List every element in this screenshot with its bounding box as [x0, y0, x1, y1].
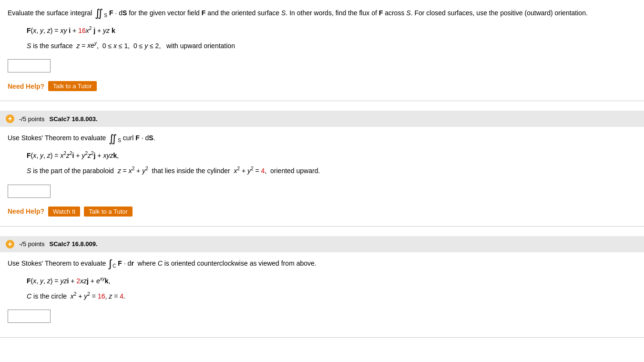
problem-2-header: + -/5 points SCalc7 16.8.003. — [0, 111, 644, 127]
problem-1-need-help-label: Need Help? — [8, 83, 44, 90]
problem-2-points: -/5 points — [19, 115, 44, 123]
double-integral-1: ∬ — [95, 8, 103, 19]
problem-3-points: -/5 points — [19, 240, 44, 248]
problem-2-math-line-2: S is the part of the paraboloid z = x2 +… — [27, 165, 636, 177]
problem-3-answer-input[interactable] — [8, 310, 51, 323]
problem-3-code: SCalc7 16.8.009. — [49, 240, 97, 248]
problem-1-help-row: Need Help? Talk to a Tutor — [8, 81, 636, 91]
problem-2-talk-to-tutor-button[interactable]: Talk to a Tutor — [84, 207, 133, 217]
problem-2-math-line-1: F(x, y, z) = x2z2i + y2z2j + xyzk, — [27, 149, 636, 162]
problem-2-code: SCalc7 16.8.003. — [49, 115, 97, 123]
single-integral-3: ∫ — [109, 259, 112, 269]
problem-2-expand-button[interactable]: + — [6, 114, 14, 123]
problem-1-section: Evaluate the surface integral ∬S F · dS … — [0, 0, 644, 101]
problem-2-need-help-label: Need Help? — [8, 207, 44, 215]
problem-3-math-line-2: C is the circle x2 + y2 = 16, z = 4. — [27, 290, 636, 302]
problem-1-math-line-2: S is the surface z = xey, 0 ≤ x ≤ 1, 0 ≤… — [27, 40, 636, 52]
problem-1-answer-input[interactable] — [8, 59, 51, 72]
problem-3-section: + -/5 points SCalc7 16.8.009. Use Stokes… — [0, 236, 644, 338]
double-integral-2: ∬ — [109, 134, 117, 144]
problem-1-statement: Evaluate the surface integral ∬S F · dS … — [8, 8, 636, 20]
problem-2-watch-it-button[interactable]: Watch It — [48, 207, 80, 217]
problem-2-section: + -/5 points SCalc7 16.8.003. Use Stokes… — [0, 111, 644, 226]
spacer-2 — [0, 227, 644, 236]
problem-2-statement: Use Stokes' Theorem to evaluate ∬S curl … — [8, 133, 636, 145]
problem-3-math-line-1: F(x, y, z) = yzi + 2xzj + exyk, — [27, 275, 636, 287]
spacer-1 — [0, 101, 644, 111]
problem-1-talk-to-tutor-button[interactable]: Talk to a Tutor — [48, 81, 97, 91]
problem-2-answer-input[interactable] — [8, 185, 51, 198]
problem-1-math-line-1: F(x, y, z) = xy i + 16x2 j + yz k — [27, 24, 636, 37]
problem-3-expand-button[interactable]: + — [6, 240, 14, 248]
problem-2-help-row: Need Help? Watch It Talk to a Tutor — [8, 207, 636, 217]
problem-3-statement: Use Stokes' Theorem to evaluate ∫C F · d… — [8, 258, 636, 270]
problem-3-header: + -/5 points SCalc7 16.8.009. — [0, 236, 644, 252]
